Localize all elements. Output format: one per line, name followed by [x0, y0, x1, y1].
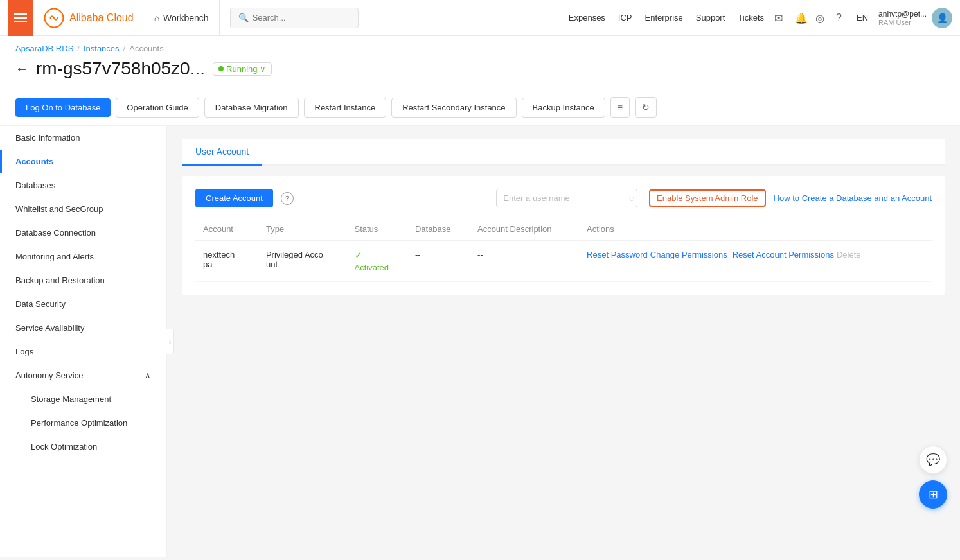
- table-body: nexttech_pa Privileged Account ✓ Activat…: [195, 241, 932, 282]
- bell-icon[interactable]: 🔔: [795, 12, 806, 24]
- breadcrumb-instances[interactable]: Instances: [84, 44, 120, 53]
- help-circle-icon[interactable]: ?: [281, 192, 294, 205]
- col-database: Database: [407, 218, 470, 241]
- delete-link[interactable]: Delete: [837, 250, 861, 259]
- chat-icon: 💬: [926, 453, 940, 467]
- home-icon: ⌂: [154, 13, 159, 23]
- sidebar-item-label: Service Availability: [15, 323, 84, 333]
- restart-instance-button[interactable]: Restart Instance: [304, 98, 387, 118]
- top-navigation: Alibaba Cloud ⌂ Workbench 🔍 Expenses ICP…: [0, 0, 960, 36]
- content-card: Create Account ? ○ Enable System Admin R…: [182, 176, 945, 295]
- restart-secondary-button[interactable]: Restart Secondary Instance: [391, 98, 516, 118]
- change-permissions-link[interactable]: Change Permissions: [650, 250, 727, 259]
- sidebar-sub-label: Storage Management: [31, 394, 111, 404]
- page-title: rm-gs57v758h05z0...: [36, 58, 205, 79]
- tickets-link[interactable]: Tickets: [738, 13, 764, 22]
- sidebar-item-whitelist[interactable]: Whitelist and SecGroup: [0, 197, 166, 221]
- how-to-create-link[interactable]: How to Create a Database and an Account: [774, 193, 932, 203]
- sidebar-item-data-security[interactable]: Data Security: [0, 292, 166, 316]
- col-description: Account Description: [470, 218, 579, 241]
- search-circle-icon: ○: [628, 193, 635, 204]
- sidebar-item-backup-restoration[interactable]: Backup and Restoration: [0, 268, 166, 292]
- sidebar-item-service-availability[interactable]: Service Availability: [0, 316, 166, 340]
- sidebar-item-label: Accounts: [15, 157, 53, 166]
- search-box[interactable]: 🔍: [230, 8, 359, 28]
- database-migration-button[interactable]: Database Migration: [204, 98, 299, 118]
- content-layout: Basic Information Accounts Databases Whi…: [0, 126, 960, 557]
- grid-icon: ≡: [618, 102, 623, 112]
- chat-float-button[interactable]: 💬: [919, 446, 947, 474]
- chevron-up-icon: ∧: [145, 371, 151, 380]
- sidebar-item-basic-information[interactable]: Basic Information: [0, 126, 166, 150]
- sidebar-item-autonomy-service[interactable]: Autonomy Service ∧: [0, 363, 166, 387]
- backup-instance-button[interactable]: Backup Instance: [522, 98, 605, 118]
- sidebar-item-logs[interactable]: Logs: [0, 340, 166, 363]
- floating-buttons: 💬 ⊞: [919, 446, 947, 509]
- sidebar-item-label: Database Connection: [15, 228, 96, 238]
- support-link[interactable]: Support: [696, 13, 725, 22]
- sidebar-item-label: Logs: [15, 347, 33, 356]
- hamburger-icon: [14, 13, 27, 22]
- cell-status: ✓ Activated: [347, 241, 407, 282]
- sidebar-item-database-connection[interactable]: Database Connection: [0, 221, 166, 245]
- cell-database: --: [407, 241, 470, 282]
- sidebar-item-storage-management[interactable]: Storage Management: [10, 387, 166, 411]
- sidebar-item-label: Monitoring and Alerts: [15, 252, 94, 261]
- toolbar-row: Create Account ? ○ Enable System Admin R…: [195, 189, 932, 207]
- operation-guide-button[interactable]: Operation Guide: [116, 98, 199, 118]
- check-icon: ✓: [355, 250, 362, 260]
- hamburger-menu-button[interactable]: [8, 0, 33, 36]
- breadcrumb-current: Accounts: [129, 44, 163, 53]
- apps-float-button[interactable]: ⊞: [919, 480, 947, 509]
- mail-icon[interactable]: ✉: [774, 12, 786, 24]
- back-button[interactable]: ←: [15, 62, 28, 76]
- grid-apps-icon: ⊞: [929, 487, 938, 502]
- table-header: Account Type Status Database Account Des…: [195, 218, 932, 241]
- chevron-down-icon: ∨: [260, 64, 266, 74]
- search-input[interactable]: [253, 13, 350, 22]
- status-label: Running: [226, 64, 257, 74]
- enable-system-admin-button[interactable]: Enable System Admin Role: [649, 189, 766, 207]
- search-icon: 🔍: [238, 13, 249, 22]
- workbench-button[interactable]: ⌂ Workbench: [144, 0, 220, 36]
- username-search-input[interactable]: [496, 189, 637, 207]
- create-account-button[interactable]: Create Account: [195, 189, 273, 207]
- col-status: Status: [347, 218, 407, 241]
- user-name: anhvtp@pet...: [878, 10, 927, 19]
- language-button[interactable]: EN: [857, 13, 868, 22]
- breadcrumb-sep-1: /: [77, 44, 80, 53]
- sidebar-item-databases[interactable]: Databases: [0, 173, 166, 197]
- col-account: Account: [195, 218, 258, 241]
- sidebar-item-accounts[interactable]: Accounts: [0, 150, 166, 173]
- sidebar-section-label: Autonomy Service: [15, 371, 84, 380]
- icp-link[interactable]: ICP: [618, 13, 632, 22]
- expenses-link[interactable]: Expenses: [569, 13, 605, 22]
- cell-account: nexttech_pa: [195, 241, 258, 282]
- refresh-button[interactable]: ↻: [635, 97, 657, 118]
- reset-account-permissions-link[interactable]: Reset Account Permissions: [733, 250, 834, 259]
- alibaba-logo-icon: [44, 8, 64, 28]
- sidebar-sub-autonomy: Storage Management Performance Optimizat…: [0, 387, 166, 459]
- enterprise-link[interactable]: Enterprise: [645, 13, 683, 22]
- col-type: Type: [258, 218, 347, 241]
- col-actions: Actions: [579, 218, 932, 241]
- cell-type: Privileged Account: [258, 241, 347, 282]
- help-icon[interactable]: ?: [836, 12, 848, 24]
- location-icon[interactable]: ◎: [815, 12, 827, 24]
- sidebar-item-monitoring[interactable]: Monitoring and Alerts: [0, 245, 166, 268]
- tab-user-account[interactable]: User Account: [182, 139, 262, 166]
- refresh-icon: ↻: [642, 102, 650, 112]
- breadcrumb-area: ApsaraDB RDS / Instances / Accounts: [0, 36, 960, 53]
- sidebar-toggle-button[interactable]: ‹: [166, 329, 174, 354]
- breadcrumb-apsaradb[interactable]: ApsaraDB RDS: [15, 44, 73, 53]
- workbench-label: Workbench: [163, 13, 209, 23]
- tab-area: User Account: [182, 139, 945, 166]
- reset-password-link[interactable]: Reset Password: [587, 250, 648, 259]
- breadcrumb-sep-2: /: [123, 44, 126, 53]
- status-badge[interactable]: Running ∨: [213, 62, 272, 76]
- sidebar-item-performance-optimization[interactable]: Performance Optimization: [10, 411, 166, 435]
- user-area[interactable]: anhvtp@pet... RAM User 👤: [878, 8, 952, 28]
- log-on-database-button[interactable]: Log On to Database: [15, 98, 111, 117]
- sidebar-item-lock-optimization[interactable]: Lock Optimization: [10, 435, 166, 459]
- grid-view-button[interactable]: ≡: [610, 97, 630, 118]
